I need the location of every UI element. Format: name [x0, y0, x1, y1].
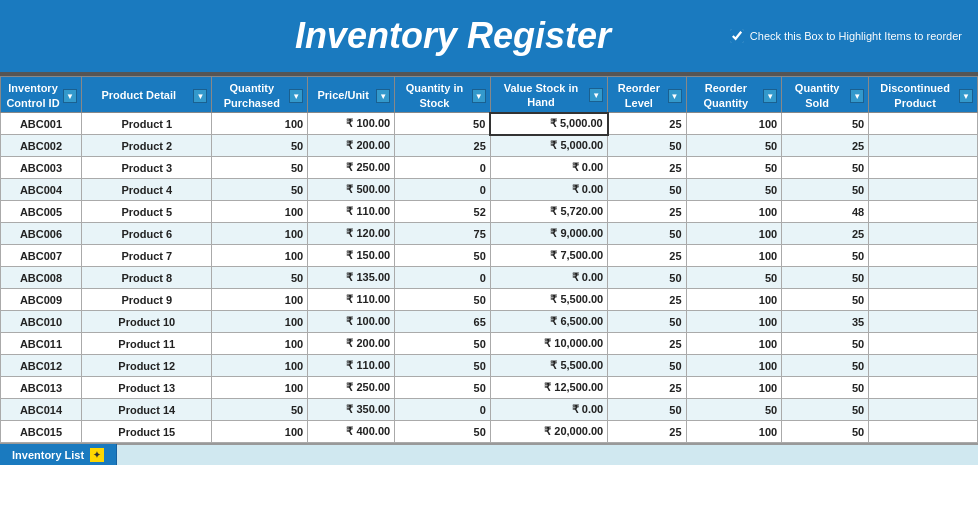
- table-cell: 50: [608, 223, 686, 245]
- table-cell: ABC002: [1, 135, 82, 157]
- table-cell: 0: [395, 267, 491, 289]
- table-cell: 100: [212, 355, 308, 377]
- dropdown-discontinued[interactable]: ▼: [959, 89, 973, 103]
- table-cell: 25: [782, 223, 869, 245]
- table-cell: ₹ 110.00: [308, 289, 395, 311]
- table-cell: Product 3: [82, 157, 212, 179]
- table-cell: [869, 421, 978, 443]
- col-header-product-detail: Product Detail ▼: [82, 77, 212, 113]
- table-cell: 50: [782, 399, 869, 421]
- tab-bar: Inventory List ✦: [0, 443, 978, 465]
- app-container: Inventory Register Check this Box to Hig…: [0, 0, 978, 465]
- table-cell: 50: [608, 311, 686, 333]
- table-cell: ABC012: [1, 355, 82, 377]
- table-cell: ₹ 100.00: [308, 311, 395, 333]
- table-cell: ABC011: [1, 333, 82, 355]
- table-cell: [869, 267, 978, 289]
- table-cell: 25: [608, 289, 686, 311]
- table-cell: 50: [212, 399, 308, 421]
- table-cell: ₹ 400.00: [308, 421, 395, 443]
- table-cell: [869, 377, 978, 399]
- table-cell: 50: [686, 267, 782, 289]
- table-cell: 75: [395, 223, 491, 245]
- table-row: ABC012Product 12100₹ 110.0050₹ 5,500.005…: [1, 355, 978, 377]
- col-header-value-stock: Value Stock inHand ▼: [490, 77, 607, 113]
- table-cell: 50: [782, 355, 869, 377]
- dropdown-reorder-level[interactable]: ▼: [668, 89, 682, 103]
- table-cell: 0: [395, 399, 491, 421]
- dropdown-control-id[interactable]: ▼: [63, 89, 77, 103]
- checkbox-label: Check this Box to Highlight Items to reo…: [750, 29, 962, 43]
- table-cell: ABC015: [1, 421, 82, 443]
- inventory-table: InventoryControl ID ▼ Product Detail ▼ Q…: [0, 76, 978, 443]
- table-row: ABC015Product 15100₹ 400.0050₹ 20,000.00…: [1, 421, 978, 443]
- table-row: ABC009Product 9100₹ 110.0050₹ 5,500.0025…: [1, 289, 978, 311]
- table-cell: ₹ 5,500.00: [490, 355, 607, 377]
- table-cell: ₹ 250.00: [308, 157, 395, 179]
- table-cell: [869, 113, 978, 135]
- table-cell: ABC010: [1, 311, 82, 333]
- table-cell: Product 10: [82, 311, 212, 333]
- table-cell: ABC014: [1, 399, 82, 421]
- table-cell: 50: [782, 267, 869, 289]
- table-cell: 50: [608, 179, 686, 201]
- col-header-qty-sold: QuantitySold ▼: [782, 77, 869, 113]
- table-cell: 100: [686, 113, 782, 135]
- dropdown-product-detail[interactable]: ▼: [193, 89, 207, 103]
- table-cell: Product 12: [82, 355, 212, 377]
- table-cell: [869, 355, 978, 377]
- table-cell: ₹ 0.00: [490, 157, 607, 179]
- table-cell: Product 8: [82, 267, 212, 289]
- table-cell: Product 5: [82, 201, 212, 223]
- table-cell: 100: [212, 377, 308, 399]
- table-cell: Product 14: [82, 399, 212, 421]
- table-cell: 100: [212, 201, 308, 223]
- table-cell: 0: [395, 179, 491, 201]
- table-cell: 100: [686, 289, 782, 311]
- table-cell: 100: [686, 311, 782, 333]
- table-row: ABC004Product 450₹ 500.000₹ 0.00505050: [1, 179, 978, 201]
- table-cell: 50: [782, 333, 869, 355]
- inventory-list-tab[interactable]: Inventory List ✦: [0, 444, 117, 465]
- table-cell: [869, 201, 978, 223]
- table-cell: ₹ 110.00: [308, 201, 395, 223]
- table-cell: 50: [782, 179, 869, 201]
- table-cell: [869, 157, 978, 179]
- table-cell: ABC008: [1, 267, 82, 289]
- dropdown-price-unit[interactable]: ▼: [376, 89, 390, 103]
- table-cell: ₹ 0.00: [490, 267, 607, 289]
- table-row: ABC005Product 5100₹ 110.0052₹ 5,720.0025…: [1, 201, 978, 223]
- table-cell: 50: [212, 135, 308, 157]
- table-cell: 50: [782, 377, 869, 399]
- tab-label: Inventory List: [12, 449, 84, 461]
- col-header-reorder-qty: ReorderQuantity ▼: [686, 77, 782, 113]
- table-cell: 50: [782, 113, 869, 135]
- dropdown-qty-sold[interactable]: ▼: [850, 89, 864, 103]
- table-cell: 35: [782, 311, 869, 333]
- table-cell: ₹ 5,500.00: [490, 289, 607, 311]
- dropdown-reorder-qty[interactable]: ▼: [763, 89, 777, 103]
- dropdown-value-stock[interactable]: ▼: [589, 88, 603, 102]
- reorder-highlight-checkbox[interactable]: [730, 29, 744, 43]
- dropdown-qty-purchased[interactable]: ▼: [289, 89, 303, 103]
- table-cell: 50: [686, 179, 782, 201]
- table-cell: 50: [608, 267, 686, 289]
- table-cell: ABC004: [1, 179, 82, 201]
- table-cell: 50: [212, 267, 308, 289]
- table-cell: 50: [395, 377, 491, 399]
- table-cell: Product 4: [82, 179, 212, 201]
- dropdown-qty-stock[interactable]: ▼: [472, 89, 486, 103]
- table-cell: ₹ 110.00: [308, 355, 395, 377]
- table-cell: 100: [686, 355, 782, 377]
- header: Inventory Register Check this Box to Hig…: [0, 0, 978, 72]
- table-cell: ABC001: [1, 113, 82, 135]
- table-cell: 100: [212, 113, 308, 135]
- table-row: ABC011Product 11100₹ 200.0050₹ 10,000.00…: [1, 333, 978, 355]
- table-cell: 50: [395, 355, 491, 377]
- table-cell: [869, 245, 978, 267]
- table-cell: ABC007: [1, 245, 82, 267]
- table-cell: ABC009: [1, 289, 82, 311]
- table-cell: 50: [395, 245, 491, 267]
- table-cell: 100: [686, 201, 782, 223]
- table-cell: ₹ 135.00: [308, 267, 395, 289]
